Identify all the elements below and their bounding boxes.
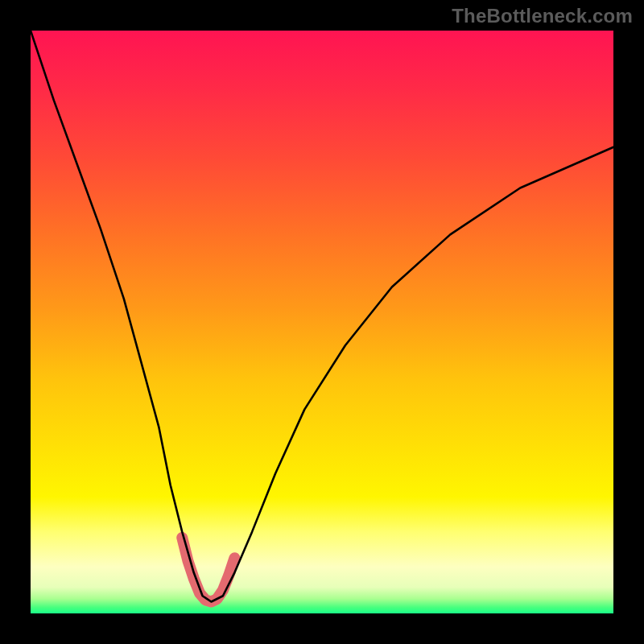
bottleneck-curve xyxy=(31,31,613,602)
plot-area xyxy=(31,31,613,613)
watermark-text: TheBottleneck.com xyxy=(452,5,633,27)
chart-stage: TheBottleneck.com xyxy=(0,0,644,644)
trough-highlight xyxy=(182,538,234,602)
curve-layer xyxy=(31,31,613,613)
